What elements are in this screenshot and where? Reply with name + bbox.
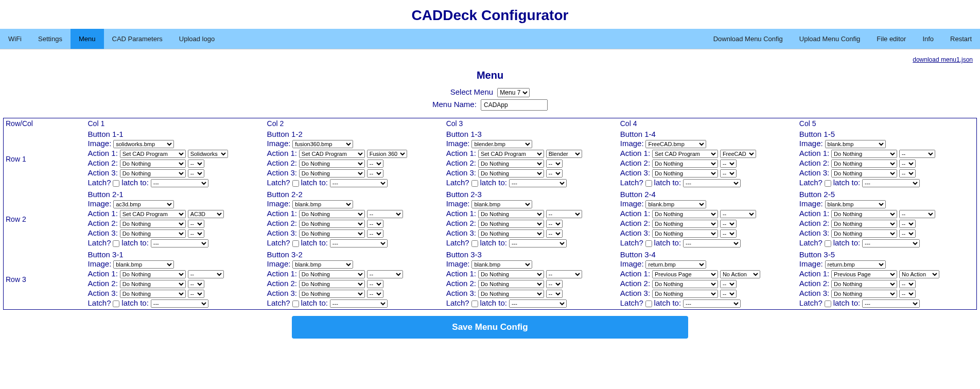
action2-param-select[interactable]: -- [720,220,737,228]
action1-select[interactable]: Set CAD Program [120,210,186,218]
action3-param-select[interactable]: -- [720,229,737,238]
image-select[interactable]: ac3d.bmp [113,200,174,208]
action3-param-select[interactable]: -- [188,229,204,238]
action2-param-select[interactable]: -- [899,160,916,168]
action1-param-select[interactable]: -- [899,150,935,158]
action1-param-select[interactable]: No Action [720,270,760,278]
image-select[interactable]: blank.bmp [471,260,532,269]
action3-param-select[interactable]: -- [899,169,916,178]
action3-param-select[interactable]: -- [188,290,204,298]
action3-select[interactable]: Do Nothing [120,290,186,298]
action1-select[interactable]: Do Nothing [478,210,544,218]
latch-checkbox[interactable] [645,300,652,307]
action3-select[interactable]: Do Nothing [652,229,718,238]
image-select[interactable]: return.bmp [825,260,886,269]
action1-select[interactable]: Do Nothing [652,210,718,218]
action3-select[interactable]: Do Nothing [831,229,897,238]
latch-to-select[interactable]: --- [509,179,567,187]
latch-checkbox[interactable] [292,180,299,187]
action3-select[interactable]: Do Nothing [299,169,365,178]
action1-select[interactable]: Previous Page [652,270,718,278]
action3-select[interactable]: Do Nothing [120,229,186,238]
action3-select[interactable]: Do Nothing [831,290,897,298]
latch-to-select[interactable]: --- [509,299,567,308]
nav-wifi[interactable]: WiFi [0,29,30,49]
image-select[interactable]: blank.bmp [825,200,886,208]
latch-to-select[interactable]: --- [862,239,920,247]
action2-param-select[interactable]: -- [546,160,563,168]
action3-select[interactable]: Do Nothing [299,290,365,298]
action1-select[interactable]: Set CAD Program [478,150,544,158]
latch-to-select[interactable]: --- [330,179,388,187]
action2-param-select[interactable]: -- [188,160,204,168]
nav-download-menu-config[interactable]: Download Menu Config [705,29,791,49]
action3-param-select[interactable]: -- [367,229,383,238]
action1-select[interactable]: Do Nothing [120,270,186,278]
action1-param-select[interactable]: -- [188,270,224,278]
nav-upload-menu-config[interactable]: Upload Menu Config [791,29,869,49]
action1-param-select[interactable]: -- [546,210,582,218]
latch-to-select[interactable]: --- [330,299,388,308]
action2-select[interactable]: Do Nothing [299,280,365,288]
save-menu-config-button[interactable]: Save Menu Config [292,316,688,339]
action1-param-select[interactable]: No Action [899,270,939,278]
latch-checkbox[interactable] [471,240,478,247]
action1-select[interactable]: Set CAD Program [120,150,186,158]
action1-param-select[interactable]: -- [899,210,935,218]
nav-restart[interactable]: Restart [942,29,980,49]
action3-select[interactable]: Do Nothing [478,229,544,238]
action1-param-select[interactable]: -- [720,210,756,218]
action2-select[interactable]: Do Nothing [478,280,544,288]
latch-checkbox[interactable] [645,240,652,247]
action1-param-select[interactable]: Fusion 360 [367,150,407,158]
latch-to-select[interactable]: --- [683,179,741,187]
latch-to-select[interactable]: --- [862,179,920,187]
action1-select[interactable]: Do Nothing [478,270,544,278]
menu-name-input[interactable] [481,99,548,111]
action3-select[interactable]: Do Nothing [478,290,544,298]
image-select[interactable]: return.bmp [645,260,706,269]
action2-select[interactable]: Do Nothing [120,280,186,288]
latch-checkbox[interactable] [113,240,119,247]
action2-select[interactable]: Do Nothing [299,160,365,168]
action1-select[interactable]: Do Nothing [299,210,365,218]
action1-param-select[interactable]: Solidworks [188,150,228,158]
action1-param-select[interactable]: -- [546,270,582,278]
latch-checkbox[interactable] [113,180,119,187]
select-menu-dropdown[interactable]: Menu 7 [497,88,530,97]
latch-checkbox[interactable] [825,240,831,247]
action2-param-select[interactable]: -- [720,280,737,288]
action2-param-select[interactable]: -- [367,160,383,168]
action1-select[interactable]: Do Nothing [831,150,897,158]
action2-select[interactable]: Do Nothing [652,220,718,228]
latch-to-select[interactable]: --- [151,239,208,247]
action2-select[interactable]: Do Nothing [831,220,897,228]
latch-checkbox[interactable] [471,300,478,307]
action3-param-select[interactable]: -- [899,229,916,238]
image-select[interactable]: blender.bmp [471,140,532,148]
action1-select[interactable]: Previous Page [831,270,897,278]
action2-param-select[interactable]: -- [899,280,916,288]
nav-cad-parameters[interactable]: CAD Parameters [104,29,171,49]
action3-param-select[interactable]: -- [546,290,563,298]
action2-select[interactable]: Do Nothing [831,280,897,288]
image-select[interactable]: blank.bmp [292,260,353,269]
action3-select[interactable]: Do Nothing [652,169,718,178]
action3-param-select[interactable]: -- [546,229,563,238]
nav-menu[interactable]: Menu [71,29,104,49]
latch-to-select[interactable]: --- [330,239,388,247]
action1-select[interactable]: Do Nothing [299,270,365,278]
image-select[interactable]: solidworks.bmp [113,140,174,148]
nav-upload-logo[interactable]: Upload logo [171,29,223,49]
action2-param-select[interactable]: -- [188,280,204,288]
action1-param-select[interactable]: FreeCAD [720,150,756,158]
action3-select[interactable]: Do Nothing [120,169,186,178]
action2-select[interactable]: Do Nothing [478,220,544,228]
action1-select[interactable]: Do Nothing [831,210,897,218]
latch-checkbox[interactable] [645,180,652,187]
latch-to-select[interactable]: --- [862,299,920,308]
action2-select[interactable]: Do Nothing [299,220,365,228]
action1-select[interactable]: Set CAD Program [299,150,365,158]
action3-param-select[interactable]: -- [720,169,737,178]
action3-select[interactable]: Do Nothing [478,169,544,178]
